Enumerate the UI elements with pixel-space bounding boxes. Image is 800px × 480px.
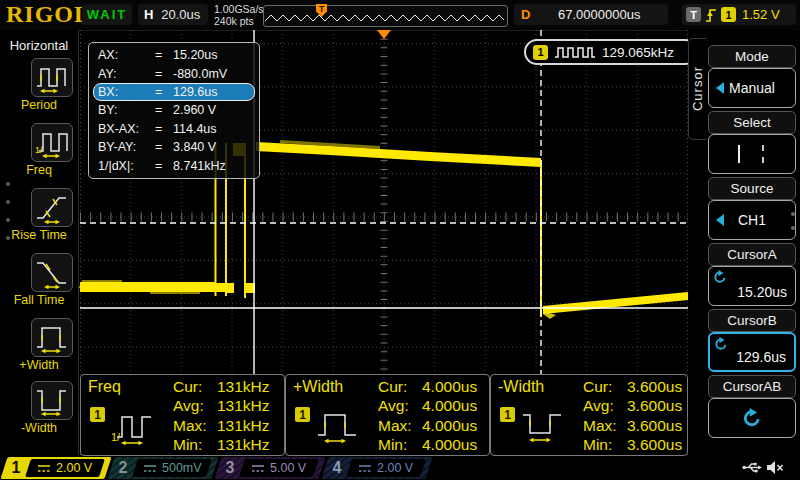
trigger-status-box[interactable]: T 1 1.52 V xyxy=(682,4,796,25)
left-measure-menu: Horizontal Period 1/ Freq xyxy=(0,30,79,455)
menu-page-dot xyxy=(6,236,10,240)
channel-scale: 2.00 V xyxy=(56,461,92,475)
left-menu-title: Horizontal xyxy=(0,38,78,53)
measurement-statistics-panel: Freq 1 1/ Cur:131kHz Avg:131kHz Max:131k… xyxy=(80,374,688,456)
cursor-row-bx-selected: BX:=129.6us xyxy=(93,83,255,101)
select-header: Select xyxy=(708,111,796,134)
channel-number: 1 xyxy=(4,459,28,477)
preview-zigzag-waveform xyxy=(264,6,505,24)
svg-text:1/: 1/ xyxy=(111,431,121,443)
horizontal-offset-value: 67.0000000us xyxy=(530,7,668,22)
pos-width-icon xyxy=(35,322,69,354)
usb-icon xyxy=(742,460,762,475)
channel-4-status[interactable]: 4 2.00 V xyxy=(321,457,432,479)
channel-scale: 500mV xyxy=(162,461,202,475)
horizontal-offset-box[interactable]: D 67.0000000us xyxy=(514,4,668,25)
freq-icon: 1/ xyxy=(111,407,155,447)
measurement-title: +Width xyxy=(293,378,343,396)
top-status-bar: RIGOL WAIT H 20.0us 1.00GSa/s 240k pts T… xyxy=(0,0,800,31)
measure-item-period[interactable] xyxy=(31,58,73,97)
trigger-source-badge: 1 xyxy=(721,7,736,22)
cursor-select-glyphs xyxy=(738,145,766,163)
trigger-level-value: 1.52 V xyxy=(742,7,780,22)
measure-label-pos-width[interactable]: +Width xyxy=(0,358,78,372)
measure-item-rise-time[interactable] xyxy=(31,188,73,227)
cursor-a-solid-icon xyxy=(738,145,740,163)
cursor-row-ay: AY:=-880.0mV xyxy=(93,64,255,82)
channel-badge: 1 xyxy=(500,407,515,422)
channel-badge: 1 xyxy=(90,407,105,422)
channel-scale: 5.00 V xyxy=(270,461,306,475)
measure-item-pos-width[interactable] xyxy=(31,318,73,357)
trigger-position-marker-icon[interactable] xyxy=(377,30,391,39)
cursor-row-ax: AX:=15.20us xyxy=(93,46,255,64)
menu-page-dot xyxy=(6,200,10,204)
fall-time-icon xyxy=(35,257,69,289)
measure-label-fall-time[interactable]: Fall Time xyxy=(0,293,78,307)
dc-coupling-icon xyxy=(251,464,265,473)
measurement-title: -Width xyxy=(498,378,544,396)
rising-edge-icon xyxy=(705,7,717,23)
rotate-knob-icon xyxy=(714,337,728,351)
measurement-rows: Cur:4.000us Avg:4.000us Max:4.000us Min:… xyxy=(378,377,485,455)
neg-width-icon xyxy=(35,385,69,417)
mode-header: Mode xyxy=(708,45,796,68)
pos-width-icon xyxy=(316,407,360,447)
measure-item-freq[interactable]: 1/ xyxy=(31,123,73,162)
sample-rate-box: 1.00GSa/s 240k pts xyxy=(214,3,264,27)
frequency-counter-badge: 1 129.065kHz xyxy=(524,39,698,65)
memory-depth: 240k pts xyxy=(214,15,264,27)
measure-label-period[interactable]: Period xyxy=(0,98,78,112)
cursor-row-by: BY:=2.960 V xyxy=(93,101,255,119)
horizontal-timebase-box[interactable]: H 20.0us xyxy=(138,4,208,25)
neg-width-icon xyxy=(521,407,565,447)
cursor-b-header: CursorB xyxy=(708,309,796,332)
channel-number: 3 xyxy=(218,459,242,477)
memory-waveform-preview[interactable]: T xyxy=(263,5,508,27)
dc-coupling-icon xyxy=(358,464,372,473)
select-cursor-button[interactable] xyxy=(708,134,796,174)
cursor-ab-value-button[interactable] xyxy=(708,398,796,438)
channel-number: 2 xyxy=(111,459,135,477)
cursor-row-bx-ax: BX-AX:=114.4us xyxy=(93,120,255,138)
menu-page-dot xyxy=(6,218,10,222)
measurement-cell-pos-width: +Width 1 Cur:4.000us Avg:4.000us Max:4.0… xyxy=(285,374,490,456)
menu-page-dot xyxy=(791,226,795,230)
measurement-cell-neg-width: -Width 1 Cur:3.600us Avg:3.600us Max:3.6… xyxy=(490,374,688,456)
channel-3-status[interactable]: 3 5.00 V xyxy=(214,457,325,479)
measurement-rows: Cur:131kHz Avg:131kHz Max:131kHz Min:131… xyxy=(173,377,280,455)
acquisition-status-badge: WAIT xyxy=(82,4,132,25)
measure-item-fall-time[interactable] xyxy=(31,253,73,292)
square-wave-icon xyxy=(554,46,596,59)
measure-label-rise-time[interactable]: Rise Time xyxy=(0,228,78,242)
cursor-menu-tab: Cursor xyxy=(688,38,706,140)
channel-1-status[interactable]: 1 2.00 V xyxy=(0,457,111,479)
menu-page-dot xyxy=(791,212,795,216)
mode-value-button[interactable]: Manual xyxy=(708,68,796,108)
channel-badge: 1 xyxy=(295,407,310,422)
cursor-b-value-button[interactable]: 129.6us xyxy=(708,332,796,372)
rotate-knob-icon xyxy=(713,270,727,284)
h-label: H xyxy=(144,7,153,22)
channel-scale: 2.00 V xyxy=(377,461,413,475)
menu-page-dot xyxy=(6,182,10,186)
delay-label: D xyxy=(521,7,530,22)
measure-item-neg-width[interactable] xyxy=(31,381,73,420)
cursor-a-value-button[interactable]: 15.20us xyxy=(708,266,796,306)
source-value-button[interactable]: CH1 xyxy=(708,200,796,240)
channel-2-status[interactable]: 2 500mV xyxy=(107,457,218,479)
freq-counter-value: 129.065kHz xyxy=(602,45,674,60)
measure-label-neg-width[interactable]: -Width xyxy=(0,421,78,435)
cursor-a-header: CursorA xyxy=(708,243,796,266)
period-icon xyxy=(35,62,69,94)
rise-time-icon xyxy=(35,192,69,224)
sample-rate: 1.00GSa/s xyxy=(214,3,264,15)
measure-label-freq[interactable]: Freq xyxy=(0,163,78,177)
oscilloscope-ui: RIGOL WAIT H 20.0us 1.00GSa/s 240k pts T… xyxy=(0,0,800,480)
svg-text:1/: 1/ xyxy=(35,145,43,155)
trigger-label: T xyxy=(686,7,701,22)
channel-status-bar: 1 2.00 V 2 500mV 3 xyxy=(0,456,800,480)
cursor-ab-header: CursorAB xyxy=(708,375,796,398)
cursor-row-inv-dx: 1/|dX|:=8.741kHz xyxy=(93,156,255,174)
dc-coupling-icon xyxy=(143,464,157,473)
